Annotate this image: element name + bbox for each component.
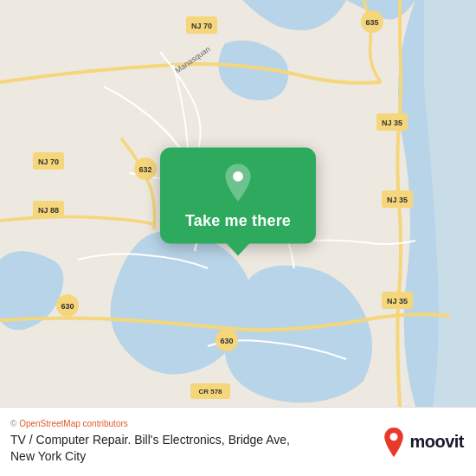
take-me-there-label: Take me there [185, 212, 291, 230]
svg-text:NJ 70: NJ 70 [191, 22, 212, 30]
location-card[interactable]: Take me there [160, 148, 316, 244]
svg-text:CR 578: CR 578 [198, 388, 222, 396]
moovit-pin-icon [382, 427, 406, 458]
place-name: TV / Computer Repair. Bill's Electronics… [10, 432, 373, 465]
svg-text:NJ 35: NJ 35 [387, 196, 408, 204]
svg-text:632: 632 [138, 165, 151, 174]
location-pin-icon [219, 164, 257, 205]
attribution: © OpenStreetMap contributors [10, 419, 373, 428]
svg-text:NJ 88: NJ 88 [38, 206, 59, 215]
map-container: NJ 70 NJ 70 635 632 NJ 35 NJ 35 NJ 35 NJ… [0, 0, 476, 407]
info-bar: © OpenStreetMap contributors TV / Comput… [0, 407, 476, 476]
moovit-text: moovit [409, 432, 464, 452]
svg-text:630: 630 [220, 337, 233, 345]
svg-text:NJ 35: NJ 35 [387, 297, 408, 306]
svg-point-25 [390, 433, 398, 441]
moovit-logo: moovit [382, 427, 464, 458]
openstreetmap-link[interactable]: OpenStreetMap contributors [19, 419, 128, 428]
svg-text:635: 635 [365, 18, 378, 27]
svg-text:630: 630 [61, 302, 74, 311]
svg-text:NJ 35: NJ 35 [382, 119, 402, 127]
svg-point-24 [233, 171, 243, 182]
svg-text:NJ 70: NJ 70 [38, 158, 59, 166]
info-text: © OpenStreetMap contributors TV / Comput… [10, 419, 373, 465]
